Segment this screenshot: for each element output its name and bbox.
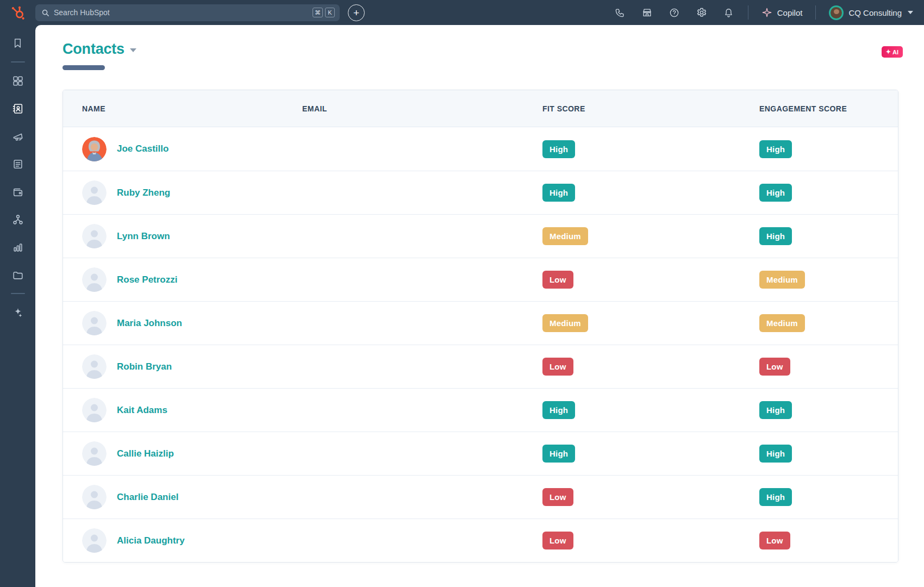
sidebar-item-marketing[interactable] [0,122,35,150]
contacts-book-icon [12,103,24,115]
avatar [82,354,107,379]
table-row: Maria Johnson Medium Medium [63,301,898,345]
sidebar-item-bookmarks[interactable] [0,29,35,57]
table-row: Alicia Daughtry Low Low [63,519,898,562]
notifications-icon[interactable] [715,0,742,25]
page-title-dropdown[interactable]: Contacts [63,41,136,58]
account-menu[interactable]: CQ Consulting [821,0,915,25]
table-header-row: NAME EMAIL FIT SCORE ENGAGEMENT SCORE [63,90,898,127]
sidebar-item-data-management[interactable] [0,261,35,289]
phone-icon[interactable] [607,0,634,25]
sidebar-item-ai-assistant[interactable] [0,298,35,326]
name-cell: Joe Castillo [82,137,302,161]
avatar [82,224,107,248]
column-header-name[interactable]: NAME [82,104,302,113]
engagement-score-badge: High [759,401,792,419]
contact-name-link[interactable]: Alicia Daughtry [117,535,185,546]
contact-name-link[interactable]: Maria Johnson [117,318,182,329]
contact-name-link[interactable]: Rose Petrozzi [117,274,177,285]
search-input[interactable] [54,8,308,17]
fit-score-badge: High [542,401,575,419]
name-cell: Kait Adams [82,398,302,422]
topbar: ⌘ K + [0,0,924,25]
contact-name-link[interactable]: Ruby Zheng [117,188,170,198]
fit-score-cell: High [542,445,759,463]
contact-name-link[interactable]: Kait Adams [117,405,167,416]
fit-score-badge: High [542,184,575,202]
bookmark-icon [12,38,23,49]
engagement-score-cell: High [759,227,898,245]
help-icon[interactable] [661,0,688,25]
engagement-score-badge: High [759,184,792,202]
workflow-icon [12,214,24,226]
sparkle-icon: ✦ [886,48,891,55]
name-cell: Alicia Daughtry [82,528,302,553]
wallet-icon [12,186,24,198]
marketplace-icon[interactable] [634,0,661,25]
fit-score-badge: High [542,140,575,158]
folder-icon [12,269,24,281]
engagement-score-cell: High [759,445,898,463]
name-cell: Ruby Zheng [82,180,302,205]
avatar [82,485,107,509]
copilot-button[interactable]: Copilot [754,0,810,25]
sidebar-item-dashboards[interactable] [0,67,35,95]
engagement-score-cell: High [759,488,898,506]
create-button[interactable]: + [348,4,365,21]
name-cell: Rose Petrozzi [82,267,302,292]
fit-score-cell: Medium [542,227,759,245]
fit-score-badge: Low [542,532,573,549]
sidebar-divider [11,61,25,63]
chevron-down-icon [908,11,913,14]
name-cell: Robin Bryan [82,354,302,379]
account-name: CQ Consulting [848,8,902,17]
sidebar-item-automations[interactable] [0,205,35,233]
table-row: Callie Haizlip High High [63,432,898,475]
name-cell: Maria Johnson [82,311,302,335]
engagement-score-badge: Medium [759,271,805,289]
contact-name-link[interactable]: Callie Haizlip [117,448,174,459]
table-row: Robin Bryan Low Low [63,345,898,388]
fit-score-badge: Medium [542,314,588,332]
fit-score-cell: Low [542,532,759,549]
name-cell: Callie Haizlip [82,441,302,466]
page-header: Contacts ✦ AI [63,41,898,70]
sidebar-item-commerce[interactable] [0,178,35,205]
fit-score-cell: High [542,184,759,202]
chevron-down-icon [130,48,136,52]
engagement-score-badge: High [759,445,792,463]
engagement-score-badge: Medium [759,314,805,332]
sidebar-item-reporting[interactable] [0,233,35,261]
sidebar-item-content[interactable] [0,150,35,178]
fit-score-cell: Low [542,488,759,506]
sidebar-item-contacts[interactable] [0,95,35,122]
fit-score-badge: Low [542,358,573,376]
fit-score-badge: High [542,445,575,463]
contact-name-link[interactable]: Joe Castillo [117,143,168,154]
avatar [82,398,107,422]
engagement-score-cell: Low [759,532,898,549]
search-icon [41,9,49,17]
ai-badge-button[interactable]: ✦ AI [882,46,903,58]
column-header-fit-score[interactable]: FIT SCORE [542,104,759,113]
cmd-key: ⌘ [313,8,323,17]
search-shortcut: ⌘ K [313,8,335,17]
sidebar-divider [11,293,25,294]
contact-name-link[interactable]: Charlie Daniel [117,492,178,503]
fit-score-badge: Medium [542,227,588,245]
engagement-score-cell: High [759,401,898,419]
column-header-engagement-score[interactable]: ENGAGEMENT SCORE [759,104,898,113]
avatar [82,267,107,292]
contact-name-link[interactable]: Robin Bryan [117,361,172,372]
engagement-score-badge: Low [759,532,790,549]
name-cell: Lynn Brown [82,224,302,248]
hubspot-logo[interactable] [0,5,35,20]
k-key: K [325,8,335,17]
grid-icon [12,75,24,87]
engagement-score-badge: Low [759,358,790,376]
subtitle-placeholder [63,65,105,70]
contact-name-link[interactable]: Lynn Brown [117,231,170,242]
global-search[interactable]: ⌘ K [35,4,340,21]
settings-icon[interactable] [688,0,715,25]
column-header-email[interactable]: EMAIL [302,104,542,113]
